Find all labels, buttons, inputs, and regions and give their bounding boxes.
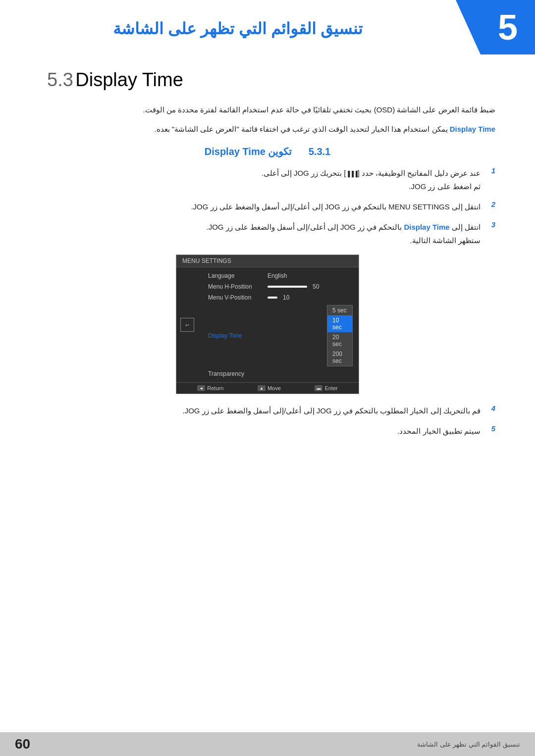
subsection-heading: 5.3.1 تكوين Display Time (40, 146, 495, 157)
menu-row-h-position: Menu H-Position 50 (202, 281, 359, 292)
section-heading: 5.3 Display Time (40, 69, 495, 91)
menu-body: ↩ Language English Menu H-Position 5 (176, 267, 359, 382)
step-4-text: قم بالتحريك إلى الخيار المطلوب بالتحكم ف… (40, 404, 481, 417)
menu-bar-v: 10 (268, 294, 353, 301)
step-4: 4 قم بالتحريك إلى الخيار المطلوب بالتحكم… (40, 404, 495, 417)
step-5-number: 5 (481, 424, 495, 433)
step-1-text: عند عرض دليل المفاتيح الوظيفية، حدد [▐▐▐… (40, 166, 481, 193)
footer-title: تنسيق القوائم التي تظهر على الشاشة (417, 741, 520, 748)
menu-label-v-position: Menu V-Position (208, 294, 268, 301)
menu-row-v-position: Menu V-Position 10 (202, 292, 359, 303)
chapter-title: تنسيق القوائم التي تظهر على الشاشة (0, 9, 535, 40)
menu-rows: Language English Menu H-Position 50 Menu (202, 270, 359, 379)
step-1-number: 1 (481, 166, 495, 175)
menu-title-bar: MENU SETTINGS (176, 255, 359, 267)
step-3: 3 انتقل إلى Display Time بالتحكم في زر J… (40, 220, 495, 247)
menu-value-v: 10 (283, 294, 289, 301)
chapter-header: تنسيق القوائم التي تظهر على الشاشة 5 (0, 0, 535, 54)
chapter-number: 5 (498, 9, 518, 45)
dropdown-option-200sec: 200 sec (327, 349, 352, 366)
step-2-number: 2 (481, 200, 495, 208)
return-label: Return (207, 385, 223, 391)
footer-btn-enter: ▬ Enter (315, 385, 337, 391)
menu-icon: ↩ (180, 318, 194, 332)
menu-bar-h: 50 (268, 283, 353, 290)
step-1: 1 عند عرض دليل المفاتيح الوظيفية، حدد [▐… (40, 166, 495, 193)
footer-btn-move: ▲ Move (258, 385, 281, 391)
step-5-text: سيتم تطبيق الخيار المحدد. (40, 424, 481, 438)
menu-bar-v-fill (268, 297, 277, 299)
footer-btn-return: ◄ Return (197, 385, 223, 391)
section-number: 5.3 (47, 69, 73, 90)
dropdown-option-10sec: 10 sec (327, 315, 352, 332)
step-3-text: انتقل إلى Display Time بالتحكم في زر JOG… (40, 220, 481, 247)
return-icon: ◄ (197, 385, 205, 391)
menu-label-h-position: Menu H-Position (208, 283, 268, 290)
menu-label-display-time: Display Time (208, 332, 268, 339)
dropdown-options: 5 sec 10 sec 20 sec 200 sec (327, 305, 353, 366)
enter-label: Enter (324, 385, 337, 391)
main-content: 5.3 Display Time ضبط قائمة العرض على الش… (0, 54, 535, 484)
subsection-number: 5.3.1 (309, 146, 330, 157)
move-icon: ▲ (258, 385, 266, 391)
menu-row-display-time: Display Time 5 sec 10 sec 20 sec 200 sec (202, 303, 359, 368)
menu-label-transparency: Transparency (208, 370, 268, 377)
menu-screenshot: MENU SETTINGS ↩ Language English (176, 254, 359, 394)
dropdown-option-5sec: 5 sec (327, 305, 352, 315)
dropdown-option-20sec: 20 sec (327, 332, 352, 349)
subsection-title: تكوين Display Time (205, 146, 292, 157)
paragraph-1: ضبط قائمة العرض على الشاشة (OSD) بحيث تخ… (40, 103, 495, 116)
footer-page-number: 60 (15, 736, 30, 752)
steps-container: 1 عند عرض دليل المفاتيح الوظيفية، حدد [▐… (40, 166, 495, 438)
menu-row-transparency: Transparency (202, 368, 359, 379)
page-footer: تنسيق القوائم التي تظهر على الشاشة 60 (0, 732, 535, 756)
step-5: 5 سيتم تطبيق الخيار المحدد. (40, 424, 495, 438)
menu-value-h: 50 (313, 283, 319, 290)
para1-text: ضبط قائمة العرض على الشاشة (OSD) بحيث تخ… (143, 105, 495, 114)
menu-bar-h-fill (268, 286, 307, 288)
step-2: 2 انتقل إلى MENU SETTINGS بالتحكم في زر … (40, 200, 495, 213)
menu-value-language: English (268, 272, 287, 279)
enter-icon: ▬ (315, 385, 322, 391)
menu-label-language: Language (208, 272, 268, 279)
move-label: Move (268, 385, 281, 391)
step-2-text: انتقل إلى MENU SETTINGS بالتحكم في زر JO… (40, 200, 481, 213)
paragraph-2: Display Time يمكن استخدام هذا الخيار لتح… (40, 122, 495, 136)
step-4-number: 4 (481, 404, 495, 412)
para2-suffix: يمكن استخدام هذا الخيار لتحديد الوقت الذ… (154, 125, 447, 133)
menu-row-language: Language English (202, 270, 359, 281)
chapter-number-box: 5 (481, 0, 535, 54)
step-3-number: 3 (481, 220, 495, 229)
section-title: Display Time (75, 69, 183, 90)
display-time-label: Display Time (450, 125, 495, 133)
menu-footer: ◄ Return ▲ Move ▬ Enter (176, 382, 359, 394)
